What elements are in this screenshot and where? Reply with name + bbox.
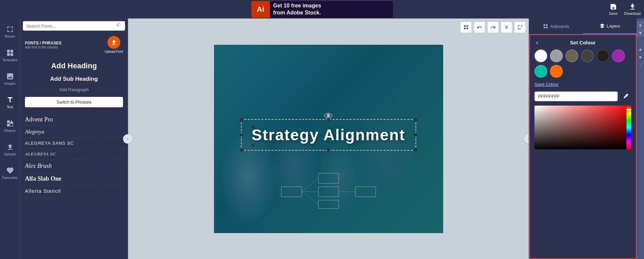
handle-top-right[interactable] bbox=[414, 118, 417, 121]
svg-rect-2 bbox=[318, 187, 339, 197]
text-options: Add Heading Add Sub Heading Add Paragrap… bbox=[20, 56, 128, 111]
main-layout: Resize Templates Images Text Shapes Uplo… bbox=[0, 18, 644, 259]
swatch-purple[interactable] bbox=[612, 49, 625, 62]
save-button[interactable]: Save bbox=[609, 3, 617, 15]
font-item-alfa-slab[interactable]: Alfa Slab One bbox=[25, 173, 123, 185]
handle-top-center[interactable] bbox=[327, 118, 330, 121]
layers-icon bbox=[600, 23, 605, 29]
svg-rect-3 bbox=[318, 200, 339, 209]
close-button[interactable] bbox=[501, 22, 512, 33]
canvas-diagram bbox=[278, 170, 379, 210]
nav-up-arrow[interactable]: ▲ bbox=[637, 45, 644, 53]
redo-button[interactable] bbox=[488, 22, 498, 33]
svg-rect-4 bbox=[356, 187, 376, 197]
nav-down-arrow[interactable]: ▼ bbox=[637, 53, 644, 61]
close-icon bbox=[504, 25, 509, 30]
swatch-white[interactable] bbox=[534, 49, 547, 62]
hue-cursor bbox=[626, 109, 631, 110]
handle-middle-left[interactable] bbox=[240, 133, 243, 137]
upload-arrow-icon bbox=[111, 39, 117, 46]
font-item-alex-brush[interactable]: Alex Brush bbox=[25, 160, 123, 173]
undo-button[interactable] bbox=[474, 22, 485, 33]
colour-gradient bbox=[534, 106, 631, 149]
swatch-teal[interactable] bbox=[534, 65, 547, 78]
adobe-icon: Ai bbox=[251, 1, 270, 18]
switch-to-phrases-button[interactable]: Switch to Phrases bbox=[25, 97, 123, 107]
far-right-up[interactable]: ▲ bbox=[637, 21, 644, 29]
swatch-black[interactable] bbox=[596, 49, 609, 62]
ad-banner-container: Ai Get 10 free images from Adobe Stock. bbox=[251, 1, 393, 18]
colour-cursor bbox=[538, 109, 541, 112]
colour-panel-title: Set Colour bbox=[534, 40, 631, 45]
handle-middle-right[interactable] bbox=[414, 133, 417, 137]
grid-button[interactable] bbox=[461, 22, 471, 33]
handle-bottom-center[interactable] bbox=[327, 148, 330, 152]
font-item-alegreya-sans-sc[interactable]: Alegreya Sans SC bbox=[25, 138, 123, 149]
sidebar-item-resize[interactable]: Resize bbox=[1, 20, 20, 43]
hue-slider[interactable] bbox=[626, 106, 631, 149]
canvas-design: 👁 Strategy Alignment bbox=[214, 45, 443, 233]
redo-icon bbox=[490, 25, 496, 30]
canvas-main-text: Strategy Alignment bbox=[251, 126, 405, 144]
download-button[interactable]: Download bbox=[624, 3, 641, 15]
colour-swatches bbox=[534, 49, 631, 78]
sidebar-item-uploads[interactable]: Uploads bbox=[1, 138, 20, 161]
font-item-advent-pro[interactable]: Advent Pro bbox=[25, 113, 123, 126]
diagram-svg bbox=[278, 170, 379, 210]
hex-input[interactable] bbox=[534, 91, 618, 101]
sidebar-item-shapes[interactable]: Shapes bbox=[1, 114, 20, 137]
canvas-text-box[interactable]: Strategy Alignment bbox=[241, 119, 416, 151]
sidebar-item-templates[interactable]: Templates bbox=[1, 44, 20, 67]
far-right-down[interactable]: ▼ bbox=[637, 29, 644, 37]
svg-line-5 bbox=[302, 178, 318, 192]
add-sub-heading-button[interactable]: Add Sub Heading bbox=[25, 74, 123, 84]
upload-font-button[interactable]: Upload Font bbox=[105, 36, 123, 53]
fonts-subtitle: add text to the canvas bbox=[25, 45, 62, 49]
handle-top-left[interactable] bbox=[240, 118, 243, 121]
font-item-allerta[interactable]: Allerta Stencil bbox=[25, 185, 123, 197]
swatch-orange[interactable] bbox=[550, 65, 563, 78]
font-item-alegreya[interactable]: Alegreya bbox=[25, 126, 123, 138]
tab-layers[interactable]: Layers bbox=[583, 18, 637, 34]
search-bar bbox=[23, 21, 125, 31]
colour-picker[interactable] bbox=[534, 106, 631, 149]
expand-right-button[interactable]: › bbox=[524, 134, 529, 144]
nav-collapse-arrow[interactable]: › bbox=[637, 62, 644, 69]
swatch-brown-gray[interactable] bbox=[565, 49, 578, 62]
colour-hex-row bbox=[534, 91, 631, 102]
svg-line-7 bbox=[302, 192, 318, 204]
top-bar: Ai Get 10 free images from Adobe Stock. … bbox=[0, 0, 644, 18]
search-input[interactable] bbox=[26, 24, 114, 29]
left-panel: FONTS / PHRASES add text to the canvas U… bbox=[20, 18, 128, 259]
colour-panel: ‹ Set Colour Save Colour bbox=[529, 34, 637, 259]
font-list: Advent Pro Alegreya Alegreya Sans SC Ale… bbox=[20, 111, 128, 259]
search-icon bbox=[116, 23, 122, 29]
expand-icon bbox=[517, 25, 523, 30]
artboards-icon bbox=[543, 24, 548, 29]
font-item-alegreya-sc[interactable]: Alegreya SC bbox=[25, 149, 123, 160]
handle-bottom-right[interactable] bbox=[414, 148, 417, 152]
sidebar-item-images[interactable]: Images bbox=[1, 67, 20, 90]
add-heading-button[interactable]: Add Heading bbox=[25, 60, 123, 72]
undo-icon bbox=[477, 25, 482, 30]
svg-rect-0 bbox=[281, 187, 302, 197]
handle-bottom-left[interactable] bbox=[240, 148, 243, 152]
add-paragraph-button[interactable]: Add Paragraph bbox=[25, 86, 123, 94]
swatch-gray[interactable] bbox=[550, 49, 563, 62]
expand-button[interactable] bbox=[515, 22, 525, 33]
swatch-dark-gray[interactable] bbox=[581, 49, 594, 62]
collapse-panel-button[interactable]: ‹ bbox=[123, 134, 132, 144]
ad-text: Get 10 free images from Adobe Stock. bbox=[270, 2, 325, 16]
canvas-area: 👁 Strategy Alignment bbox=[128, 18, 529, 259]
tab-artboards[interactable]: Artboards bbox=[529, 18, 583, 34]
sidebar-item-text[interactable]: Text bbox=[1, 91, 20, 114]
eyedropper-button[interactable] bbox=[620, 91, 631, 102]
back-arrow-button[interactable]: ‹ bbox=[532, 38, 542, 47]
ad-banner[interactable]: Ai Get 10 free images from Adobe Stock. bbox=[251, 1, 393, 18]
sidebar-item-favourites[interactable]: Favourites bbox=[1, 161, 20, 184]
eyedropper-icon bbox=[622, 93, 629, 100]
right-panel: Artboards Layers ‹ Set Colour Save Colou bbox=[529, 18, 637, 259]
grid-icon bbox=[463, 25, 469, 30]
right-nav: ▲ ▼ › bbox=[637, 45, 644, 69]
save-colour-link[interactable]: Save Colour bbox=[534, 82, 631, 87]
